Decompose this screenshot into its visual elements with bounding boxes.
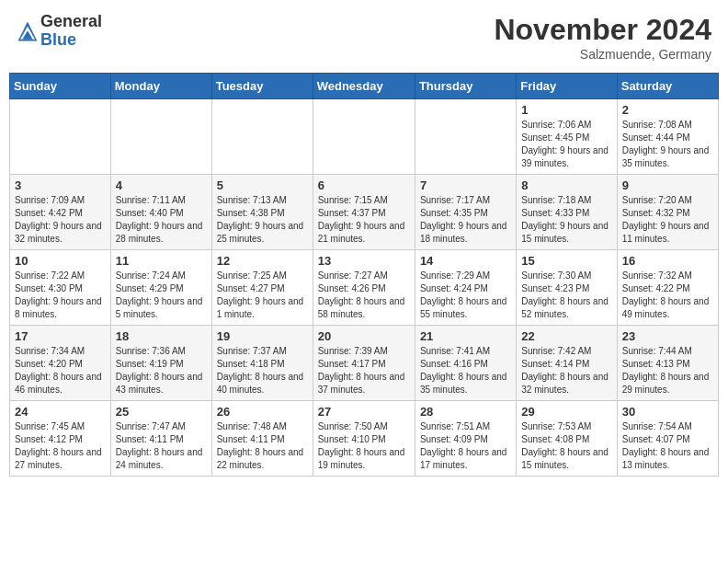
calendar-cell [10, 99, 111, 175]
day-info: Sunrise: 7:24 AM Sunset: 4:29 PM Dayligh… [116, 270, 207, 321]
day-number: 19 [217, 329, 308, 343]
day-number: 24 [15, 405, 106, 419]
day-number: 26 [217, 405, 308, 419]
calendar-header: SundayMondayTuesdayWednesdayThursdayFrid… [10, 74, 719, 99]
calendar-week-2: 3Sunrise: 7:09 AM Sunset: 4:42 PM Daylig… [10, 175, 719, 250]
location: Salzmuende, Germany [494, 47, 711, 62]
day-info: Sunrise: 7:44 AM Sunset: 4:13 PM Dayligh… [622, 345, 713, 396]
day-number: 25 [116, 405, 207, 419]
header-day-monday: Monday [110, 74, 211, 99]
calendar-cell: 6Sunrise: 7:15 AM Sunset: 4:37 PM Daylig… [313, 175, 415, 250]
day-number: 7 [420, 178, 511, 192]
day-info: Sunrise: 7:37 AM Sunset: 4:18 PM Dayligh… [217, 345, 308, 396]
day-info: Sunrise: 7:08 AM Sunset: 4:44 PM Dayligh… [622, 119, 713, 170]
logo-icon [17, 20, 39, 42]
day-number: 27 [318, 405, 410, 419]
calendar-week-1: 1Sunrise: 7:06 AM Sunset: 4:45 PM Daylig… [10, 99, 719, 175]
day-info: Sunrise: 7:54 AM Sunset: 4:07 PM Dayligh… [622, 420, 713, 472]
day-number: 2 [622, 103, 713, 117]
calendar-cell [415, 99, 516, 175]
day-info: Sunrise: 7:25 AM Sunset: 4:27 PM Dayligh… [217, 270, 308, 321]
calendar-cell: 11Sunrise: 7:24 AM Sunset: 4:29 PM Dayli… [110, 250, 211, 326]
day-number: 20 [318, 329, 410, 343]
calendar-cell: 2Sunrise: 7:08 AM Sunset: 4:44 PM Daylig… [617, 99, 718, 175]
day-number: 8 [521, 178, 611, 192]
month-title: November 2024 [494, 13, 711, 47]
calendar-cell: 13Sunrise: 7:27 AM Sunset: 4:26 PM Dayli… [313, 250, 415, 326]
logo: General Blue [17, 13, 102, 50]
day-info: Sunrise: 7:11 AM Sunset: 4:40 PM Dayligh… [116, 194, 207, 246]
logo-text: General Blue [40, 13, 102, 50]
calendar-cell [110, 99, 211, 175]
day-number: 3 [15, 178, 106, 192]
day-number: 18 [116, 329, 207, 343]
calendar-cell: 30Sunrise: 7:54 AM Sunset: 4:07 PM Dayli… [617, 401, 718, 477]
day-info: Sunrise: 7:29 AM Sunset: 4:24 PM Dayligh… [420, 270, 511, 321]
calendar-cell: 14Sunrise: 7:29 AM Sunset: 4:24 PM Dayli… [415, 250, 516, 326]
day-info: Sunrise: 7:30 AM Sunset: 4:23 PM Dayligh… [521, 270, 611, 321]
calendar-cell: 16Sunrise: 7:32 AM Sunset: 4:22 PM Dayli… [617, 250, 718, 326]
day-info: Sunrise: 7:45 AM Sunset: 4:12 PM Dayligh… [15, 420, 106, 472]
logo-general-text: General [40, 13, 102, 31]
day-info: Sunrise: 7:50 AM Sunset: 4:10 PM Dayligh… [318, 420, 410, 472]
day-number: 13 [318, 254, 410, 268]
day-number: 1 [521, 103, 611, 117]
day-info: Sunrise: 7:47 AM Sunset: 4:11 PM Dayligh… [116, 420, 207, 472]
calendar-table: SundayMondayTuesdayWednesdayThursdayFrid… [9, 73, 719, 477]
day-info: Sunrise: 7:27 AM Sunset: 4:26 PM Dayligh… [318, 270, 410, 321]
calendar-cell: 26Sunrise: 7:48 AM Sunset: 4:11 PM Dayli… [211, 401, 313, 477]
title-block: November 2024 Salzmuende, Germany [494, 13, 711, 62]
day-number: 11 [116, 254, 207, 268]
day-number: 23 [622, 329, 713, 343]
day-number: 29 [521, 405, 611, 419]
day-info: Sunrise: 7:48 AM Sunset: 4:11 PM Dayligh… [217, 420, 308, 472]
calendar-cell: 29Sunrise: 7:53 AM Sunset: 4:08 PM Dayli… [517, 401, 617, 477]
calendar-cell: 21Sunrise: 7:41 AM Sunset: 4:16 PM Dayli… [415, 326, 516, 401]
calendar-cell: 23Sunrise: 7:44 AM Sunset: 4:13 PM Dayli… [617, 326, 718, 401]
calendar-cell: 1Sunrise: 7:06 AM Sunset: 4:45 PM Daylig… [517, 99, 617, 175]
calendar-cell: 24Sunrise: 7:45 AM Sunset: 4:12 PM Dayli… [10, 401, 111, 477]
header-day-wednesday: Wednesday [313, 74, 415, 99]
calendar-cell: 9Sunrise: 7:20 AM Sunset: 4:32 PM Daylig… [617, 175, 718, 250]
day-info: Sunrise: 7:39 AM Sunset: 4:17 PM Dayligh… [318, 345, 410, 396]
day-info: Sunrise: 7:51 AM Sunset: 4:09 PM Dayligh… [420, 420, 511, 472]
calendar-week-4: 17Sunrise: 7:34 AM Sunset: 4:20 PM Dayli… [10, 326, 719, 401]
day-number: 14 [420, 254, 511, 268]
calendar-cell: 27Sunrise: 7:50 AM Sunset: 4:10 PM Dayli… [313, 401, 415, 477]
day-number: 6 [318, 178, 410, 192]
header-day-thursday: Thursday [415, 74, 516, 99]
day-info: Sunrise: 7:06 AM Sunset: 4:45 PM Dayligh… [521, 119, 611, 170]
day-info: Sunrise: 7:20 AM Sunset: 4:32 PM Dayligh… [622, 194, 713, 246]
day-number: 9 [622, 178, 713, 192]
header-day-friday: Friday [517, 74, 617, 99]
day-info: Sunrise: 7:09 AM Sunset: 4:42 PM Dayligh… [15, 194, 106, 246]
day-number: 15 [521, 254, 611, 268]
day-info: Sunrise: 7:36 AM Sunset: 4:19 PM Dayligh… [116, 345, 207, 396]
header-day-saturday: Saturday [617, 74, 718, 99]
day-info: Sunrise: 7:18 AM Sunset: 4:33 PM Dayligh… [521, 194, 611, 246]
calendar-week-5: 24Sunrise: 7:45 AM Sunset: 4:12 PM Dayli… [10, 401, 719, 477]
day-info: Sunrise: 7:42 AM Sunset: 4:14 PM Dayligh… [521, 345, 611, 396]
calendar-cell [211, 99, 313, 175]
calendar-cell: 19Sunrise: 7:37 AM Sunset: 4:18 PM Dayli… [211, 326, 313, 401]
day-info: Sunrise: 7:13 AM Sunset: 4:38 PM Dayligh… [217, 194, 308, 246]
calendar-cell: 15Sunrise: 7:30 AM Sunset: 4:23 PM Dayli… [517, 250, 617, 326]
calendar-cell: 4Sunrise: 7:11 AM Sunset: 4:40 PM Daylig… [110, 175, 211, 250]
header-row: SundayMondayTuesdayWednesdayThursdayFrid… [10, 74, 719, 99]
day-number: 22 [521, 329, 611, 343]
day-number: 17 [15, 329, 106, 343]
calendar-body: 1Sunrise: 7:06 AM Sunset: 4:45 PM Daylig… [10, 99, 719, 477]
calendar-cell: 20Sunrise: 7:39 AM Sunset: 4:17 PM Dayli… [313, 326, 415, 401]
calendar-cell: 22Sunrise: 7:42 AM Sunset: 4:14 PM Dayli… [517, 326, 617, 401]
day-info: Sunrise: 7:34 AM Sunset: 4:20 PM Dayligh… [15, 345, 106, 396]
calendar-cell: 5Sunrise: 7:13 AM Sunset: 4:38 PM Daylig… [211, 175, 313, 250]
calendar-cell: 10Sunrise: 7:22 AM Sunset: 4:30 PM Dayli… [10, 250, 111, 326]
day-info: Sunrise: 7:53 AM Sunset: 4:08 PM Dayligh… [521, 420, 611, 472]
calendar-cell: 17Sunrise: 7:34 AM Sunset: 4:20 PM Dayli… [10, 326, 111, 401]
day-info: Sunrise: 7:41 AM Sunset: 4:16 PM Dayligh… [420, 345, 511, 396]
page-header: General Blue November 2024 Salzmuende, G… [9, 9, 719, 65]
header-day-tuesday: Tuesday [211, 74, 313, 99]
calendar-cell: 8Sunrise: 7:18 AM Sunset: 4:33 PM Daylig… [517, 175, 617, 250]
day-info: Sunrise: 7:15 AM Sunset: 4:37 PM Dayligh… [318, 194, 410, 246]
day-info: Sunrise: 7:32 AM Sunset: 4:22 PM Dayligh… [622, 270, 713, 321]
